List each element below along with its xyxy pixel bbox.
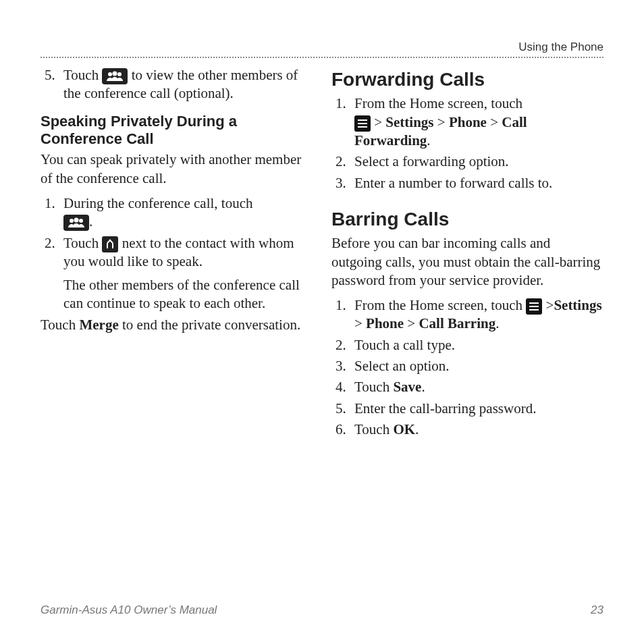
list-number: 2. [336, 336, 354, 354]
text: > [546, 297, 554, 313]
bold-text: Phone [366, 315, 404, 331]
sub-heading: Speaking Privately During a Conference C… [41, 113, 313, 149]
bold-text: Call Barring [419, 315, 495, 331]
list-number: 5. [336, 400, 354, 418]
bold-text: OK [393, 421, 415, 437]
list-number: 2. [336, 153, 354, 171]
list-number: 1. [336, 296, 354, 333]
continuation-text: The other members of the conference call… [63, 276, 313, 313]
text: Touch [63, 67, 102, 83]
text: . [427, 132, 430, 149]
people-icon [63, 215, 89, 231]
list-item: 2. Select a forwarding option. [336, 153, 603, 171]
list-number: 1. [45, 194, 63, 232]
right-column: Forwarding Calls 1. From the Home screen… [331, 63, 603, 590]
text: From the Home screen, touch [354, 95, 522, 111]
text: > [487, 114, 502, 130]
content-columns: 5. Touch to view the other members of th… [41, 63, 603, 590]
text: . [495, 315, 499, 331]
bold-text: Merge [79, 317, 118, 333]
list-item: 5. Enter the call-barring password. [336, 400, 603, 418]
list-number: 4. [336, 378, 354, 396]
list-text: Enter a number to forward calls to. [354, 174, 603, 192]
list-item: 4. Touch Save. [336, 378, 603, 396]
ordered-list: 1. From the Home screen, touch >Settings… [336, 296, 603, 439]
list-number: 5. [45, 66, 63, 103]
text: Touch [41, 317, 79, 333]
svg-point-4 [74, 218, 79, 223]
list-text: Touch to view the other members of the c… [63, 66, 313, 103]
svg-point-5 [79, 219, 83, 223]
list-item: 6. Touch OK. [336, 421, 603, 439]
manual-title: Garmin-Asus A10 Owner’s Manual [41, 603, 217, 617]
text: > [354, 315, 366, 331]
bold-text: Save [393, 379, 421, 395]
list-item: 1. From the Home screen, touch > Setting… [336, 95, 603, 150]
text: . [421, 379, 425, 395]
list-item: 5. Touch to view the other members of th… [45, 66, 313, 103]
paragraph: Before you can bar incoming calls and ou… [331, 234, 603, 290]
list-item: 2. Touch next to the contact with whom y… [45, 234, 313, 313]
text: > [404, 315, 419, 331]
list-number: 2. [45, 234, 63, 313]
list-number: 3. [336, 357, 354, 375]
list-number: 1. [336, 95, 354, 150]
menu-icon [354, 115, 371, 132]
page-number: 23 [591, 603, 603, 617]
list-text: Select an option. [354, 357, 603, 375]
paragraph: Touch Merge to end the private conversat… [41, 316, 313, 334]
bold-text: Phone [449, 114, 487, 130]
bold-text: Settings [385, 114, 433, 130]
text: > [434, 114, 449, 130]
text: to end the private conversation. [119, 317, 300, 333]
people-icon [102, 68, 128, 84]
text: From the Home screen, touch [354, 297, 526, 313]
text: > [371, 114, 385, 130]
ordered-list: 1. From the Home screen, touch > Setting… [336, 95, 603, 192]
svg-point-1 [113, 72, 117, 76]
list-item: 3. Select an option. [336, 357, 603, 375]
page-footer: Garmin-Asus A10 Owner’s Manual 23 [41, 603, 603, 617]
list-number: 3. [336, 174, 354, 192]
text: During the conference call, touch [63, 195, 252, 211]
list-text: From the Home screen, touch > Settings >… [354, 95, 603, 150]
list-text: Enter the call-barring password. [354, 400, 603, 418]
text: Touch [354, 421, 393, 437]
text: . [415, 421, 419, 437]
list-text: Touch Save. [354, 378, 603, 396]
text: . [89, 213, 92, 230]
svg-point-0 [108, 72, 112, 76]
list-text: Touch a call type. [354, 336, 603, 354]
svg-point-2 [117, 72, 122, 76]
header-divider [41, 57, 603, 58]
list-text: Select a forwarding option. [354, 153, 603, 171]
list-text: During the conference call, touch . [63, 194, 313, 232]
text: Touch [354, 379, 393, 395]
list-number: 6. [336, 421, 354, 439]
list-item: 3. Enter a number to forward calls to. [336, 174, 603, 192]
list-text: From the Home screen, touch >Settings > … [354, 296, 603, 333]
svg-point-3 [70, 219, 74, 223]
section-heading: Barring Calls [331, 207, 603, 232]
ordered-list-continue: 5. Touch to view the other members of th… [45, 66, 313, 103]
list-text: Touch next to the contact with whom you … [63, 234, 313, 313]
text: Touch [63, 235, 102, 251]
manual-page: Using the Phone 5. Touch to view the oth… [0, 0, 644, 644]
section-heading: Forwarding Calls [331, 68, 603, 92]
paragraph: You can speak privately with another mem… [41, 151, 313, 188]
list-item: 1. During the conference call, touch . [45, 194, 313, 232]
left-column: 5. Touch to view the other members of th… [41, 63, 313, 590]
menu-icon [526, 298, 542, 315]
bold-text: Settings [554, 297, 601, 313]
svg-point-6 [109, 239, 111, 241]
list-text: Touch OK. [354, 421, 603, 439]
running-header: Using the Phone [41, 41, 603, 57]
split-icon [102, 236, 118, 252]
list-item: 1. From the Home screen, touch >Settings… [336, 296, 603, 333]
list-item: 2. Touch a call type. [336, 336, 603, 354]
ordered-list: 1. During the conference call, touch . 2… [45, 194, 313, 313]
